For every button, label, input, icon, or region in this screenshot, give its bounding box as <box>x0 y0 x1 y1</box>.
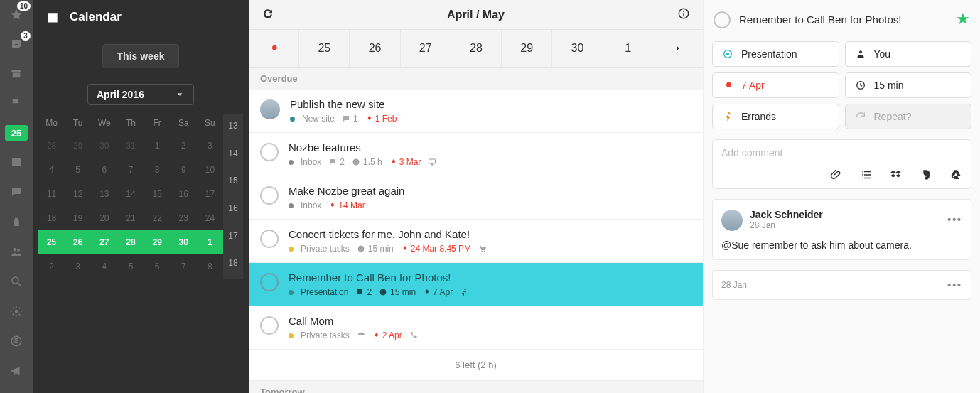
calendar-cell[interactable]: 5 <box>117 254 144 279</box>
calendar-cell[interactable]: 11 <box>38 182 65 206</box>
task-row[interactable]: Make Nozbe great againInbox14 Mar <box>249 176 703 220</box>
calendar-cell[interactable]: 26 <box>65 230 91 254</box>
calendar-cell[interactable]: 6 <box>91 158 117 182</box>
calendar-cell[interactable]: 6 <box>144 254 171 279</box>
calendar-cell[interactable]: 17 <box>197 182 223 206</box>
calendar-cell[interactable]: 8 <box>197 254 223 279</box>
complete-toggle[interactable] <box>260 273 279 291</box>
pill-assignee[interactable]: You <box>845 41 972 67</box>
task-row[interactable]: Nozbe featuresInbox21.5 h3 Mar <box>249 133 703 176</box>
calendar-cell[interactable]: 28 <box>38 134 65 158</box>
comment-input[interactable]: Add comment <box>721 147 962 158</box>
drive-icon[interactable] <box>949 168 962 181</box>
comment-more[interactable]: ••• <box>947 279 962 291</box>
rail-settings[interactable] <box>5 303 28 320</box>
calendar-cell[interactable]: 8 <box>144 158 171 182</box>
tab-next[interactable] <box>653 30 703 67</box>
tab-overdue[interactable] <box>249 30 299 67</box>
avatar[interactable] <box>260 99 280 119</box>
pill-category[interactable]: Errands <box>712 104 839 129</box>
evernote-icon[interactable] <box>920 168 932 181</box>
calendar-cell[interactable]: 30 <box>91 134 117 158</box>
this-week-button[interactable]: This week <box>102 44 180 68</box>
day-tab[interactable]: 27 <box>401 30 451 67</box>
calendar-cell[interactable]: 4 <box>91 254 117 279</box>
calendar-cell[interactable]: 13 <box>91 182 117 206</box>
calendar-cell[interactable]: 31 <box>117 134 144 158</box>
attach-icon[interactable] <box>830 168 843 181</box>
rail-archive[interactable] <box>5 65 28 82</box>
refresh-button[interactable] <box>262 7 274 22</box>
day-tab[interactable]: 25 <box>299 30 350 67</box>
calendar-cell[interactable]: 7 <box>117 158 144 182</box>
calendar-cell[interactable]: 16 <box>171 182 197 206</box>
day-tab[interactable]: 30 <box>552 30 603 67</box>
calendar-cell[interactable]: 20 <box>91 206 117 230</box>
calendar-cell[interactable]: 29 <box>65 134 91 158</box>
day-tab[interactable]: 1 <box>603 30 653 67</box>
calendar-cell[interactable]: 15 <box>144 182 171 206</box>
pill-due[interactable]: 7 Apr <box>712 72 839 98</box>
calendar-cell[interactable]: 10 <box>197 158 223 182</box>
month-select[interactable]: April 2016 <box>87 84 194 105</box>
calendar-cell[interactable]: 22 <box>144 206 171 230</box>
rail-calendar[interactable]: 25 <box>5 125 28 141</box>
task-row[interactable]: Remember to Call Ben for Photos!Presenta… <box>249 263 703 306</box>
pill-time[interactable]: 15 min <box>845 72 972 98</box>
calendar-cell[interactable]: 2 <box>171 134 197 158</box>
task-row[interactable]: Call MomPrivate tasks2 Apr <box>249 306 703 350</box>
task-row[interactable]: Publish the new siteNew site11 Feb <box>249 90 703 133</box>
day-tab[interactable]: 29 <box>502 30 552 67</box>
rail-flag[interactable] <box>5 95 28 112</box>
rail-inbox[interactable]: 3 <box>5 36 28 53</box>
calendar-cell[interactable]: 25 <box>38 230 65 254</box>
task-row[interactable]: Concert tickets for me, John and Kate!Pr… <box>249 220 703 263</box>
day-tab[interactable]: 28 <box>451 30 502 67</box>
calendar-cell[interactable]: 30 <box>171 230 197 254</box>
rail-search[interactable] <box>5 273 28 290</box>
rail-templates[interactable] <box>5 154 28 171</box>
calendar-cell[interactable]: 27 <box>91 230 117 254</box>
complete-toggle[interactable] <box>260 230 279 248</box>
calendar-cell[interactable]: 28 <box>117 230 144 254</box>
calendar-cell[interactable]: 9 <box>171 158 197 182</box>
calendar-cell[interactable]: 21 <box>117 206 144 230</box>
comment-more[interactable]: ••• <box>947 214 962 225</box>
calendar-cell[interactable]: 24 <box>197 206 223 230</box>
calendar-cell[interactable]: 12 <box>65 182 91 206</box>
calendar-cell[interactable]: 5 <box>65 158 91 182</box>
comments-count: 1 <box>342 114 358 124</box>
complete-toggle[interactable] <box>260 186 279 205</box>
calendar-cell[interactable]: 4 <box>38 158 65 182</box>
calendar-cell[interactable]: 2 <box>38 254 65 279</box>
calendar-cell[interactable]: 1 <box>144 134 171 158</box>
rail-team[interactable] <box>5 243 28 260</box>
list-icon[interactable] <box>860 168 873 181</box>
rail-star[interactable]: 10 <box>5 6 28 23</box>
complete-toggle[interactable] <box>260 143 279 161</box>
dropbox-icon[interactable] <box>890 168 903 181</box>
rail-chat[interactable] <box>5 183 28 200</box>
day-tab[interactable]: 26 <box>350 30 400 67</box>
pill-project[interactable]: Presentation <box>712 41 839 67</box>
calendar-cell[interactable]: 3 <box>197 134 223 158</box>
comment-box[interactable]: Add comment <box>712 139 971 189</box>
calendar-cell[interactable]: 19 <box>65 206 91 230</box>
info-button[interactable] <box>677 7 690 22</box>
detail-complete-toggle[interactable] <box>714 11 731 28</box>
calendar-cell[interactable]: 29 <box>144 230 171 254</box>
calendar-cell[interactable]: 1 <box>197 230 223 254</box>
calendar-cell[interactable]: 23 <box>171 206 197 230</box>
calendar-cell[interactable]: 14 <box>117 182 144 206</box>
complete-toggle[interactable] <box>260 316 279 335</box>
calendar-cell[interactable]: 18 <box>38 206 65 230</box>
pill-repeat[interactable]: Repeat? <box>845 104 972 129</box>
rail-announce[interactable] <box>5 362 28 379</box>
rail-luggage[interactable] <box>5 213 28 230</box>
calendar-cell[interactable]: 3 <box>65 254 91 279</box>
task-title: Nozbe features <box>289 141 691 154</box>
star-icon[interactable]: ★ <box>956 10 970 28</box>
calendar-cell[interactable]: 7 <box>171 254 197 279</box>
running-icon <box>460 288 468 296</box>
rail-billing[interactable] <box>5 333 28 350</box>
